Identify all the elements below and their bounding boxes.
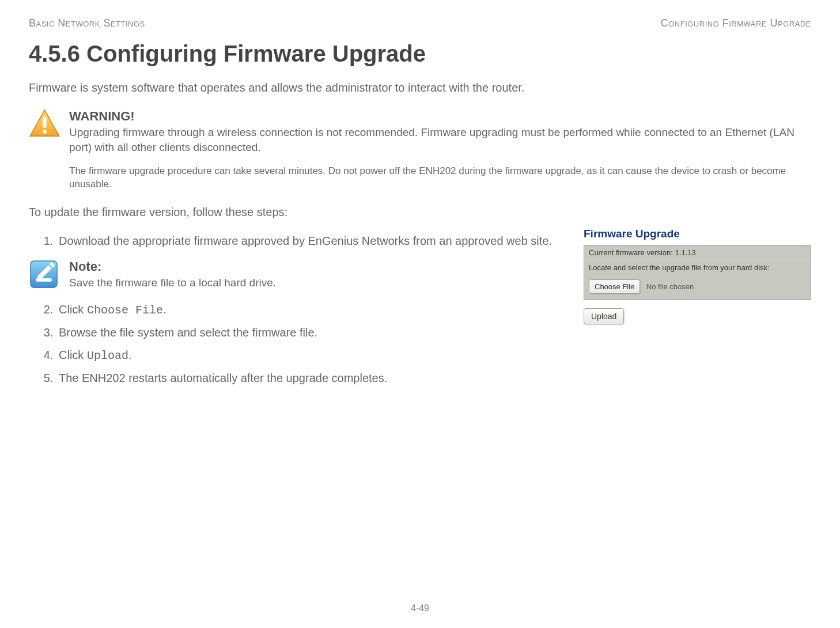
note-text: Save the firmware file to a local hard d… (69, 275, 566, 290)
step-4: Click Upload. (56, 347, 566, 364)
warning-callout: WARNING! Upgrading firmware through a wi… (29, 109, 811, 191)
upload-button[interactable]: Upload (584, 308, 624, 324)
step-2: Click Choose File. (56, 302, 566, 318)
step-5: The ENH202 restarts automatically after … (56, 370, 566, 386)
panel-title: Firmware Upgrade (584, 228, 811, 240)
step-3: Browse the file system and select the fi… (56, 325, 566, 341)
note-callout: Note: Save the firmware file to a local … (29, 259, 566, 292)
section-title: 4.5.6 Configuring Firmware Upgrade (29, 41, 811, 67)
no-file-chosen-label: No file chosen (646, 282, 694, 291)
step-1: Download the appropriate firmware approv… (56, 233, 566, 249)
svg-rect-4 (36, 278, 51, 282)
intro-text: Firmware is system software that operate… (29, 81, 811, 94)
svg-rect-1 (43, 118, 46, 128)
firmware-upgrade-panel: Firmware Upgrade Current firmware versio… (584, 228, 811, 393)
page-number: 4-49 (411, 603, 429, 614)
header-right: Configuring Firmware Upgrade (661, 17, 811, 29)
page-header: Basic Network Settings Configuring Firmw… (29, 17, 811, 29)
instruction-text: To update the firmware version, follow t… (29, 206, 811, 219)
warning-icon (29, 109, 60, 140)
choose-file-button[interactable]: Choose File (589, 279, 640, 294)
note-icon (29, 259, 60, 292)
svg-rect-2 (43, 130, 46, 133)
header-left: Basic Network Settings (29, 17, 145, 29)
warning-text: Upgrading firmware through a wireless co… (69, 125, 811, 154)
warning-title: WARNING! (69, 109, 811, 124)
warning-text2: The firmware upgrade procedure can take … (69, 165, 811, 191)
note-title: Note: (69, 259, 566, 274)
firmware-version-label: Current firmware version: 1.1.13 (584, 245, 811, 260)
locate-file-label: Locate and select the upgrade file from … (584, 260, 811, 275)
